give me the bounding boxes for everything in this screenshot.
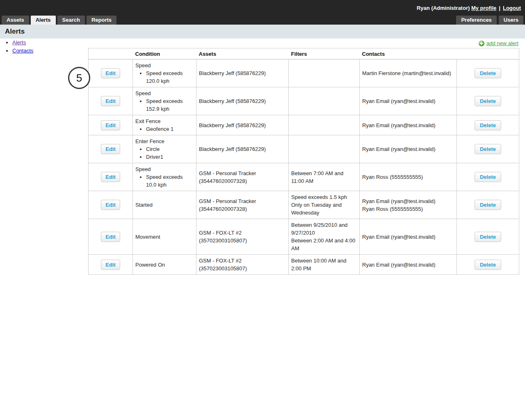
tab-users[interactable]: Users xyxy=(499,16,523,25)
contact-line: Ryan Email (ryan@test.invalid) xyxy=(362,145,454,153)
edit-cell: Edit xyxy=(89,163,133,191)
add-new-alert[interactable]: add new alert xyxy=(479,40,518,46)
filters-cell xyxy=(289,87,360,115)
column-header-delete xyxy=(457,48,519,59)
column-header-filters: Filters xyxy=(289,48,360,59)
column-header-contacts: Contacts xyxy=(360,48,457,59)
condition-title: Speed xyxy=(135,165,194,173)
step-annotation-circle: 5 xyxy=(68,67,90,89)
condition-cell: Powered On xyxy=(133,255,196,275)
condition-cell: SpeedSpeed exceeds 10.0 kph xyxy=(133,163,196,191)
tab-assets[interactable]: Assets xyxy=(2,16,29,25)
sidebar-item-alerts: Alerts xyxy=(12,39,33,46)
condition-title: Speed xyxy=(135,62,194,69)
sidebar-link-contacts[interactable]: Contacts xyxy=(12,48,33,54)
delete-cell: Delete xyxy=(457,135,519,163)
tab-reports[interactable]: Reports xyxy=(87,16,116,25)
delete-button[interactable]: Delete xyxy=(475,96,501,106)
top-navigation-bar: Ryan (Administrator) My profile|Logout A… xyxy=(0,0,525,25)
condition-detail-list: Geofence 1 xyxy=(135,125,194,133)
edit-button[interactable]: Edit xyxy=(101,144,120,154)
condition-detail-item: Driver1 xyxy=(146,153,194,161)
edit-cell: Edit xyxy=(89,135,133,163)
delete-button[interactable]: Delete xyxy=(475,172,501,182)
tab-alerts[interactable]: Alerts xyxy=(31,16,56,25)
filters-cell: Between 10:00 AM and 2:00 PM xyxy=(289,255,360,275)
my-profile-link[interactable]: My profile xyxy=(471,5,496,11)
contact-line: Ryan Email (ryan@test.invalid) xyxy=(362,233,454,241)
contacts-cell: Ryan Email (ryan@test.invalid) xyxy=(360,87,457,115)
contacts-cell: Ryan Ross (5555555555) xyxy=(360,163,457,191)
contacts-cell: Ryan Email (ryan@test.invalid) xyxy=(360,219,457,255)
condition-detail-item: Geofence 1 xyxy=(146,125,194,133)
edit-button[interactable]: Edit xyxy=(101,172,120,182)
delete-cell: Delete xyxy=(457,163,519,191)
filters-cell xyxy=(289,59,360,87)
condition-detail-item: Speed exceeds 120.0 kph xyxy=(146,69,194,85)
table-row: EditStartedGSM - Personal Tracker (35447… xyxy=(89,191,519,219)
condition-title: Movement xyxy=(135,233,194,241)
condition-cell: Exit FenceGeofence 1 xyxy=(133,115,196,135)
plus-circle-icon[interactable] xyxy=(479,41,484,46)
page-title: Alerts xyxy=(5,27,25,36)
assets-cell: Blackberry Jeff (585876229) xyxy=(196,115,289,135)
delete-button[interactable]: Delete xyxy=(475,68,501,78)
delete-button[interactable]: Delete xyxy=(475,260,501,270)
edit-cell: Edit xyxy=(89,219,133,255)
tab-preferences[interactable]: Preferences xyxy=(456,16,496,25)
tab-search[interactable]: Search xyxy=(57,16,85,25)
alerts-table-container: Condition Assets Filters Contacts EditSp… xyxy=(88,48,519,275)
table-row: EditSpeedSpeed exceeds 152.9 kphBlackber… xyxy=(89,87,519,115)
edit-button[interactable]: Edit xyxy=(101,232,120,242)
edit-button[interactable]: Edit xyxy=(101,200,120,210)
account-bar: Ryan (Administrator) My profile|Logout xyxy=(417,5,521,11)
delete-cell: Delete xyxy=(457,191,519,219)
filter-line: Between 7:00 AM and 11:00 AM xyxy=(291,169,357,185)
contacts-cell: Ryan Email (ryan@test.invalid) xyxy=(360,255,457,275)
condition-title: Powered On xyxy=(135,261,194,269)
logout-link[interactable]: Logout xyxy=(503,5,521,11)
filter-line: Between 10:00 AM and 2:00 PM xyxy=(291,257,357,272)
contact-line: Ryan Email (ryan@test.invalid) xyxy=(362,121,454,129)
table-row: EditExit FenceGeofence 1Blackberry Jeff … xyxy=(89,115,519,135)
assets-cell: GSM - FOX-LT #2 (357023003105807) xyxy=(196,255,289,275)
edit-button[interactable]: Edit xyxy=(101,120,120,130)
table-header-row: Condition Assets Filters Contacts xyxy=(89,48,519,59)
edit-button[interactable]: Edit xyxy=(101,260,120,270)
condition-detail-list: Speed exceeds 10.0 kph xyxy=(135,173,194,189)
filters-cell xyxy=(289,115,360,135)
contacts-cell: Ryan Email (ryan@test.invalid) xyxy=(360,115,457,135)
assets-cell: Blackberry Jeff (585876229) xyxy=(196,59,289,87)
edit-button[interactable]: Edit xyxy=(101,96,120,106)
edit-cell: Edit xyxy=(89,115,133,135)
table-row: EditMovementGSM - FOX-LT #2 (35702300310… xyxy=(89,219,519,255)
condition-detail-item: Speed exceeds 152.9 kph xyxy=(146,97,194,113)
table-row: EditEnter FenceCircleDriver1Blackberry J… xyxy=(89,135,519,163)
logged-in-user-label: Ryan (Administrator) xyxy=(417,5,470,11)
alerts-page: Ryan (Administrator) My profile|Logout A… xyxy=(0,0,525,420)
delete-button[interactable]: Delete xyxy=(475,200,501,210)
condition-cell: Movement xyxy=(133,219,196,255)
condition-detail-list: Speed exceeds 120.0 kph xyxy=(135,69,194,85)
filter-line: Speed exceeds 1.5 kph xyxy=(291,193,357,201)
sidebar-link-alerts[interactable]: Alerts xyxy=(12,39,26,46)
condition-detail-list: Speed exceeds 152.9 kph xyxy=(135,97,194,113)
table-row: EditSpeedSpeed exceeds 120.0 kphBlackber… xyxy=(89,59,519,87)
filters-cell: Between 7:00 AM and 11:00 AM xyxy=(289,163,360,191)
column-header-edit xyxy=(89,48,133,59)
step-number: 5 xyxy=(76,72,82,84)
delete-button[interactable]: Delete xyxy=(475,232,501,242)
condition-cell: Enter FenceCircleDriver1 xyxy=(133,135,196,163)
account-separator: | xyxy=(499,5,500,11)
delete-button[interactable]: Delete xyxy=(475,120,501,130)
contact-line: Martin Fierstone (martin@test.invalid) xyxy=(362,69,454,77)
delete-button[interactable]: Delete xyxy=(475,144,501,154)
add-new-alert-link[interactable]: add new alert xyxy=(486,40,518,46)
condition-detail-list: CircleDriver1 xyxy=(135,145,194,161)
main-tabs: Assets Alerts Search Reports xyxy=(2,16,116,25)
alerts-table: Condition Assets Filters Contacts EditSp… xyxy=(88,48,519,275)
edit-button[interactable]: Edit xyxy=(101,68,120,78)
assets-cell: Blackberry Jeff (585876229) xyxy=(196,87,289,115)
table-row: EditPowered OnGSM - FOX-LT #2 (357023003… xyxy=(89,255,519,275)
contact-line: Ryan Ross (5555555555) xyxy=(362,205,454,213)
